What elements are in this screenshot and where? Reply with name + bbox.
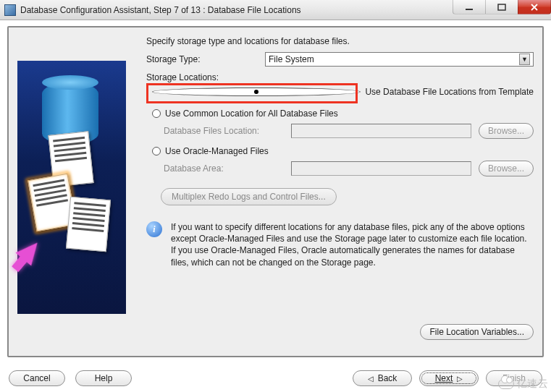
wizard-illustration: [17, 61, 126, 314]
triangle-right-icon: ▷: [457, 375, 463, 383]
svg-rect-1: [498, 4, 505, 10]
info-icon: i: [146, 221, 162, 237]
db-files-location-input: [291, 124, 471, 138]
titlebar: Database Configuration Assistant, Step 7…: [0, 0, 551, 20]
svg-rect-0: [466, 9, 473, 10]
radio-icon: [152, 147, 161, 155]
content-area: Specify storage type and locations for d…: [146, 36, 534, 347]
minimize-button[interactable]: [453, 0, 486, 14]
back-label: Back: [378, 373, 398, 383]
radio-template-label: Use Database File Locations from Templat…: [365, 87, 534, 97]
arrow-icon: [16, 237, 46, 266]
intro-text: Specify storage type and locations for d…: [146, 36, 534, 46]
close-button[interactable]: [518, 0, 551, 14]
window-title: Database Configuration Assistant, Step 7…: [20, 5, 301, 15]
cancel-button[interactable]: Cancel: [9, 370, 65, 386]
minimize-icon: [465, 4, 474, 11]
db-area-input: [291, 161, 471, 176]
storage-type-label: Storage Type:: [146, 54, 265, 64]
radio-template[interactable]: Use Database File Locations from Templat…: [152, 87, 534, 97]
next-label: Next: [435, 373, 453, 383]
window-controls: [453, 0, 551, 14]
storage-locations-label: Storage Locations:: [146, 72, 534, 82]
radio-omf[interactable]: Use Oracle-Managed Files: [152, 146, 534, 156]
info-text: If you want to specify different locatio…: [171, 221, 534, 268]
radio-icon: [152, 109, 161, 118]
info-row: i If you want to specify different locat…: [146, 221, 534, 268]
finish-button: Finish: [486, 370, 542, 386]
radio-omf-label: Use Oracle-Managed Files: [165, 146, 269, 156]
chevron-down-icon: ▼: [519, 54, 530, 65]
document-icon: [66, 197, 111, 252]
storage-type-value: File System: [269, 54, 314, 64]
back-button[interactable]: ◁ Back: [353, 370, 412, 386]
next-button[interactable]: Next ▷: [419, 370, 479, 386]
browse-db-area-button: Browse...: [479, 161, 534, 176]
browse-db-files-button: Browse...: [479, 123, 534, 139]
footer: Cancel Help ◁ Back Next ▷ Finish: [9, 370, 542, 386]
app-icon: [4, 4, 16, 16]
radio-common[interactable]: Use Common Location for All Database Fil…: [152, 108, 534, 119]
multiplex-button: Multiplex Redo Logs and Control Files...: [161, 188, 337, 205]
triangle-left-icon: ◁: [368, 375, 374, 383]
file-location-variables-button[interactable]: File Location Variables...: [420, 324, 534, 340]
storage-type-select[interactable]: File System ▼: [265, 52, 534, 67]
dialog-frame: Specify storage type and locations for d…: [7, 26, 544, 357]
radio-common-label: Use Common Location for All Database Fil…: [165, 108, 338, 119]
maximize-button[interactable]: [485, 0, 518, 14]
help-button[interactable]: Help: [75, 370, 132, 386]
maximize-icon: [497, 4, 506, 11]
close-icon: [530, 4, 539, 11]
db-area-label: Database Area:: [164, 163, 291, 174]
db-files-location-label: Database Files Location:: [164, 126, 291, 136]
radio-icon: [152, 88, 361, 96]
